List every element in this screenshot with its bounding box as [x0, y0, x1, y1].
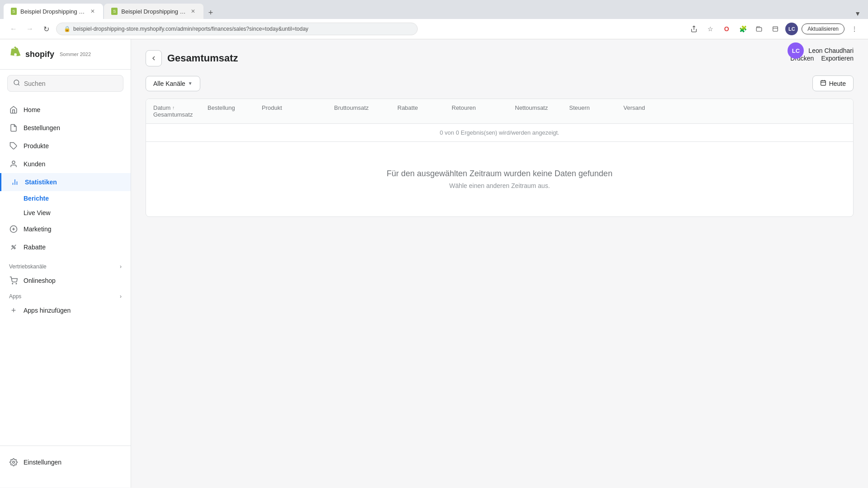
empty-title: Für den ausgewählten Zeitraum wurden kei… [387, 169, 612, 178]
sidebar-item-statistiken[interactable]: Statistiken [0, 173, 131, 191]
svg-point-14 [12, 283, 13, 284]
screenshot-button[interactable] [769, 23, 782, 35]
col-gesamtumsatz-label: Gesamtumsatz [153, 111, 193, 118]
no-results-row: 0 von 0 Ergebnis(sen) wird/werden angeze… [146, 124, 853, 142]
sidebar-subitem-berichte-label: Berichte [24, 195, 49, 202]
col-nettoumsatz: Nettoumsatz [515, 104, 569, 111]
col-nettoumsatz-label: Nettoumsatz [515, 104, 548, 111]
col-steuern: Steuern [569, 104, 623, 111]
sidebar-item-rabatte[interactable]: Rabatte [0, 238, 131, 256]
svg-point-12 [14, 248, 15, 249]
toolbar: Alle Kanäle ▼ Heute [146, 75, 854, 91]
address-text: beispiel-dropshipping-store.myshopify.co… [73, 26, 308, 32]
back-button[interactable] [146, 50, 162, 66]
sidebar-item-apps-add[interactable]: + Apps hinzufügen [0, 301, 131, 319]
sidebar-bottom: Einstellungen [0, 446, 131, 479]
menu-button[interactable]: ⋮ [848, 23, 861, 35]
sidebar: shopify Sommer 2022 Home [0, 39, 131, 488]
sidebar-item-home[interactable]: Home [0, 101, 131, 119]
opera-icon[interactable]: O [720, 23, 733, 35]
vertriebskanaele-section: Vertriebskanäle › [0, 260, 131, 272]
sidebar-item-kunden[interactable]: Kunden [0, 155, 131, 173]
svg-point-4 [12, 161, 15, 164]
browser-tab-1[interactable]: S Beispiel Dropshipping Store ·... ✕ [4, 4, 103, 19]
sidebar-header: shopify Sommer 2022 [0, 39, 131, 70]
col-produkt: Produkt [262, 104, 334, 111]
channel-filter-caret: ▼ [188, 81, 193, 86]
statistiken-icon [10, 178, 19, 187]
col-produkt-label: Produkt [262, 104, 282, 111]
browser-tab-2[interactable]: S Beispiel Dropshipping Store ✕ [104, 4, 203, 19]
marketing-icon [9, 225, 18, 234]
produkte-icon [9, 141, 18, 150]
sidebar-item-bestellungen-label: Bestellungen [24, 124, 60, 131]
col-versand-label: Versand [623, 104, 645, 111]
empty-subtitle: Wähle einen anderen Zeitraum aus. [449, 182, 550, 189]
extensions-button[interactable]: 🧩 [736, 23, 749, 35]
sidebar-item-produkte-label: Produkte [24, 142, 49, 150]
sidebar-item-kunden-label: Kunden [24, 160, 45, 168]
tab-favicon-2: S [111, 8, 118, 15]
sidebar-item-rabatte-label: Rabatte [24, 244, 46, 251]
page-header-left: Gesamtumsatz [146, 50, 238, 66]
empty-state: Für den ausgewählten Zeitraum wurden kei… [377, 142, 621, 216]
settings-icon [9, 458, 18, 467]
reload-button[interactable]: ↻ [40, 23, 52, 35]
bestellungen-icon [9, 123, 18, 132]
new-tab-button[interactable]: + [204, 6, 217, 19]
rabatte-icon [9, 243, 18, 252]
forward-button[interactable]: → [24, 23, 36, 35]
user-initials: LC [792, 47, 800, 54]
vertriebskanaele-chevron[interactable]: › [120, 263, 122, 270]
sidebar-search [0, 70, 131, 97]
tab-menu-button[interactable]: ▼ [851, 8, 864, 19]
sidebar-subitem-berichte[interactable]: Berichte [0, 191, 131, 206]
browser-nav: ← → ↻ 🔒 beispiel-dropshipping-store.mysh… [0, 19, 868, 39]
date-picker-button[interactable]: Heute [812, 75, 854, 91]
tab-close-2[interactable]: ✕ [190, 7, 196, 15]
col-steuern-label: Steuern [569, 104, 590, 111]
share-button[interactable] [688, 23, 700, 35]
col-datum-label: Datum [153, 104, 170, 111]
sidebar-item-bestellungen[interactable]: Bestellungen [0, 119, 131, 137]
browser-actions: ☆ O 🧩 LC Aktualisieren ⋮ [688, 23, 861, 35]
sidebar-subitem-live-view[interactable]: Live View [0, 206, 131, 220]
svg-rect-17 [821, 80, 826, 85]
svg-rect-0 [756, 28, 762, 31]
sidebar-item-marketing[interactable]: Marketing [0, 220, 131, 238]
apps-add-icon: + [9, 306, 18, 315]
tab-label-2: Beispiel Dropshipping Store [121, 8, 186, 15]
col-bestellung-label: Bestellung [208, 104, 235, 111]
bookmark-button[interactable]: ☆ [704, 23, 717, 35]
back-button[interactable]: ← [7, 23, 20, 35]
date-picker-label: Heute [829, 80, 846, 87]
shopify-icon [9, 47, 22, 62]
apps-chevron[interactable]: › [120, 293, 122, 300]
svg-point-2 [14, 80, 19, 85]
sidebar-item-produkte[interactable]: Produkte [0, 137, 131, 155]
channel-filter-button[interactable]: Alle Kanäle ▼ [146, 76, 200, 91]
svg-point-15 [16, 283, 17, 284]
tab-label-1: Beispiel Dropshipping Store ·... [20, 8, 86, 15]
wallet-button[interactable] [753, 23, 765, 35]
apps-label: Apps [9, 293, 21, 300]
table-header: Datum ↑ Bestellung Produkt Bruttoumsatz … [146, 99, 853, 124]
col-bruttoumsatz: Bruttoumsatz [334, 104, 397, 111]
onlineshop-icon [9, 276, 18, 285]
sidebar-item-settings[interactable]: Einstellungen [0, 453, 131, 471]
col-datum[interactable]: Datum ↑ [153, 104, 208, 111]
sidebar-item-marketing-label: Marketing [24, 225, 51, 233]
browser-profile[interactable]: LC [785, 23, 798, 35]
search-input[interactable] [24, 80, 118, 87]
update-button[interactable]: Aktualisieren [802, 23, 844, 34]
search-icon [13, 79, 20, 88]
col-versand: Versand [623, 104, 696, 111]
main-content: Gesamtumsatz Drucken Exportieren Alle Ka… [131, 39, 868, 488]
sidebar-item-onlineshop-label: Onlineshop [24, 277, 56, 284]
shopify-badge: Sommer 2022 [60, 52, 91, 57]
user-area[interactable]: LC Leon Chaudhari [788, 42, 854, 59]
sidebar-item-statistiken-label: Statistiken [25, 178, 57, 186]
tab-close-1[interactable]: ✕ [90, 7, 96, 15]
address-bar[interactable]: 🔒 beispiel-dropshipping-store.myshopify.… [56, 23, 418, 35]
sidebar-item-onlineshop[interactable]: Onlineshop [0, 272, 131, 290]
